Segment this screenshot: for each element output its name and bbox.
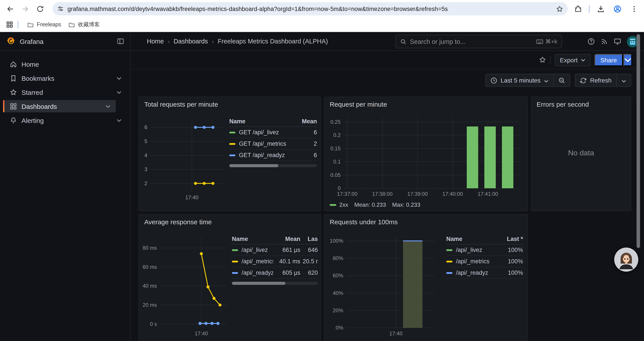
chevron-down-icon[interactable] xyxy=(116,76,122,81)
sidebar-nav: Home Bookmarks Starred Dashboards xyxy=(0,56,130,128)
share-split-button: Share xyxy=(594,54,632,66)
legend-row[interactable]: /api/_readyz 605 µs 620 xyxy=(232,267,318,279)
profile-button[interactable] xyxy=(610,1,625,16)
bookmark-folder-freeleaps[interactable]: Freeleaps xyxy=(24,20,65,29)
favorite-dashboard-button[interactable] xyxy=(539,56,546,64)
legend-col-last[interactable]: Las xyxy=(300,236,318,242)
download-icon xyxy=(596,5,605,13)
share-button[interactable]: Share xyxy=(594,54,623,66)
no-data-message: No data xyxy=(531,149,631,158)
puzzle-icon xyxy=(574,5,582,13)
legend-item-2xx[interactable]: 2xx xyxy=(330,201,348,208)
legend-row[interactable]: /api/_livez 100% xyxy=(446,244,523,256)
zoom-out-button[interactable] xyxy=(554,74,570,87)
svg-text:60%: 60% xyxy=(333,272,343,278)
panel-title[interactable]: Requests under 100ms xyxy=(330,218,398,226)
legend-table: Name Last * /api/_livez 100% /api/_metri… xyxy=(446,234,523,279)
sidebar-item-label: Home xyxy=(22,60,127,68)
monitor-button[interactable] xyxy=(614,38,621,45)
request-per-minute-chart: 0.250.20.150.10.05017:37:0017:38:0017:39… xyxy=(328,113,525,201)
sidebar-item-home[interactable]: Home xyxy=(0,58,127,70)
series-swatch xyxy=(330,204,336,206)
series-swatch xyxy=(446,272,452,274)
chevron-down-icon[interactable] xyxy=(116,118,122,123)
legend-col-name[interactable]: Name xyxy=(446,236,500,242)
legend-row[interactable]: /api/_readyz 100% xyxy=(446,267,523,279)
time-range-picker[interactable]: Last 5 minutes xyxy=(486,74,553,87)
bookmark-label: 收藏博客 xyxy=(78,21,100,28)
url-text[interactable]: grafana.mathmast.com/d/deytv4rwavabkb/fr… xyxy=(68,6,556,12)
panel-title[interactable]: Average response time xyxy=(144,218,212,226)
url-bar[interactable]: grafana.mathmast.com/d/deytv4rwavabkb/fr… xyxy=(52,2,568,15)
share-menu-button[interactable] xyxy=(624,54,632,66)
legend-row[interactable]: GET /api/_livez 6 xyxy=(229,127,317,138)
svg-text:0: 0 xyxy=(338,185,341,191)
legend-row[interactable]: GET /api/_readyz 6 xyxy=(229,150,317,161)
arrow-right-icon xyxy=(21,5,29,13)
panel-toggle-icon xyxy=(117,38,124,45)
page-scrollbar[interactable] xyxy=(636,34,640,248)
legend-row[interactable]: /api/_metrics 100% xyxy=(446,256,523,267)
legend-col-name[interactable]: Name xyxy=(229,118,291,125)
grafana-logo xyxy=(6,37,16,46)
browser-chrome: grafana.mathmast.com/d/deytv4rwavabkb/fr… xyxy=(0,0,644,32)
apps-grid-button[interactable] xyxy=(4,21,16,28)
site-settings-icon[interactable] xyxy=(57,5,68,12)
collapse-sidebar-button[interactable] xyxy=(117,38,124,45)
breadcrumb-dashboards[interactable]: Dashboards xyxy=(174,38,208,45)
sidebar-item-starred[interactable]: Starred xyxy=(0,86,127,98)
breadcrumb-home[interactable]: Home xyxy=(147,38,164,45)
legend-row[interactable]: /api/_livez 661 µs 646 xyxy=(232,244,318,256)
search-shortcut: ⌘+k xyxy=(536,38,557,45)
panel-title[interactable]: Errors per second xyxy=(536,101,589,108)
legend-col-name[interactable]: Name xyxy=(232,236,273,242)
reload-button[interactable] xyxy=(32,1,47,16)
svg-text:0 s: 0 s xyxy=(150,321,157,327)
under-100ms-chart: 100%80%60%40%20%0%17:40 xyxy=(328,230,438,341)
panel-title[interactable]: Request per minute xyxy=(330,101,387,108)
avg-response-chart: 80 ms60 ms40 ms20 ms0 s17:40 xyxy=(141,230,230,341)
legend-scrollbar[interactable] xyxy=(232,282,318,285)
refresh-button[interactable]: Refresh xyxy=(575,74,616,87)
grid-icon xyxy=(6,21,13,28)
svg-text:2: 2 xyxy=(144,180,147,186)
panel-title[interactable]: Total requests per minute xyxy=(144,101,218,108)
legend-col-last[interactable]: Last * xyxy=(500,236,523,242)
export-button[interactable]: Export xyxy=(554,54,590,66)
folder-icon xyxy=(27,21,34,28)
extensions-button[interactable] xyxy=(570,1,585,16)
sidebar-item-bookmarks[interactable]: Bookmarks xyxy=(0,72,127,84)
dashboard-toolbar: Export Share xyxy=(131,51,644,69)
reload-icon xyxy=(36,5,44,13)
panel-total-requests: Total requests per minute 6543217:40 Nam… xyxy=(138,97,321,211)
series-swatch xyxy=(232,249,238,251)
bookmarks-separator xyxy=(18,21,18,28)
series-swatch xyxy=(232,260,238,262)
bookmark-star-button[interactable] xyxy=(556,5,563,13)
legend-row[interactable]: /api/_metrics 40.1 ms 20.5 r xyxy=(232,256,318,267)
sidebar-item-dashboards[interactable]: Dashboards xyxy=(3,100,116,112)
bookmark-folder-blogs[interactable]: 收藏博客 xyxy=(65,20,103,30)
legend-col-mean[interactable]: Mean xyxy=(273,236,300,242)
svg-text:3: 3 xyxy=(144,166,147,172)
panel-avg-response-time: Average response time 80 ms60 ms40 ms20 … xyxy=(138,214,321,341)
sidebar-item-alerting[interactable]: Alerting xyxy=(0,114,127,126)
downloads-button[interactable] xyxy=(593,1,608,16)
chevron-down-icon[interactable] xyxy=(106,104,110,109)
svg-text:6: 6 xyxy=(144,124,147,130)
legend-col-mean[interactable]: Mean xyxy=(291,118,317,125)
search-input[interactable]: Search or jump to... ⌘+k xyxy=(396,35,562,48)
refresh-interval-button[interactable] xyxy=(617,74,631,87)
news-rss-button[interactable] xyxy=(600,38,608,45)
browser-menu-button[interactable] xyxy=(626,1,641,16)
chevron-down-icon[interactable] xyxy=(116,90,122,95)
back-button[interactable] xyxy=(3,1,18,16)
floating-assistant-avatar[interactable] xyxy=(614,247,638,272)
search-icon xyxy=(400,38,406,45)
legend-scrollbar[interactable] xyxy=(229,164,317,167)
help-button[interactable] xyxy=(588,38,595,45)
bookmark-label: Freeleaps xyxy=(37,22,61,28)
legend-row[interactable]: GET /api/_metrics 2 xyxy=(229,138,317,150)
svg-text:17:38:00: 17:38:00 xyxy=(372,191,392,197)
forward-button[interactable] xyxy=(18,1,32,16)
